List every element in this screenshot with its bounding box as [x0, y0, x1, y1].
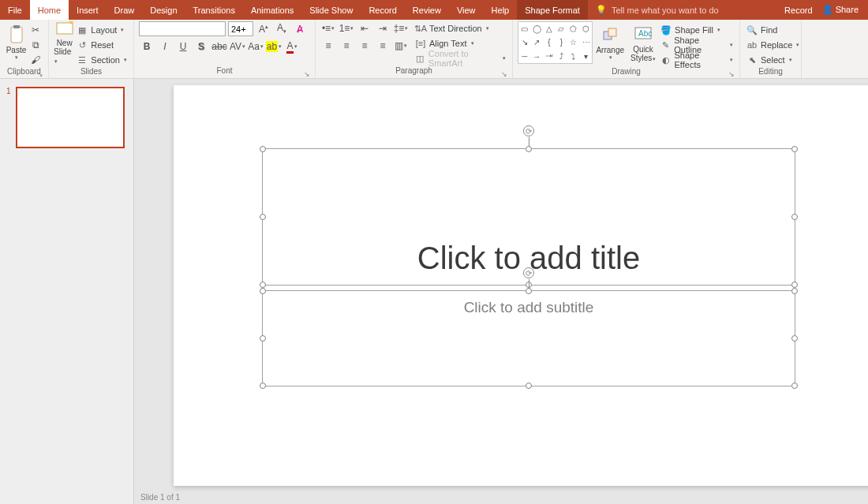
bullets-button[interactable]: •≡▾ [320, 21, 336, 35]
italic-button[interactable]: I [157, 39, 173, 54]
tab-file[interactable]: File [0, 0, 30, 20]
svg-rect-1 [13, 25, 20, 28]
tab-help[interactable]: Help [484, 0, 518, 20]
align-center-button[interactable]: ≡ [339, 39, 354, 53]
strikethrough-button[interactable]: abc [211, 39, 227, 54]
arrange-icon [600, 25, 619, 44]
tab-insert[interactable]: Insert [69, 0, 107, 20]
group-paragraph: •≡▾ 1≡▾ ⇤ ⇥ ‡≡▾ ≡ ≡ ≡ ≡ ▥▾ ⇅AText Direct… [316, 20, 513, 78]
tab-draw[interactable]: Draw [107, 0, 143, 20]
section-button[interactable]: ☰Section▾ [75, 53, 129, 67]
tab-design[interactable]: Design [142, 0, 185, 20]
bold-button[interactable]: B [139, 39, 155, 54]
paste-button[interactable]: Paste ▾ [5, 21, 28, 65]
rotate-handle[interactable]: ⟳ [523, 267, 534, 278]
arrange-button[interactable]: Arrange▾ [593, 21, 627, 65]
shapes-gallery[interactable]: ▭◯△▱⬠⬡ ↘↗{}☆⋯ ─→⭲⤴⤵▾ [518, 21, 593, 64]
resize-handle[interactable] [526, 383, 532, 389]
slide-thumbnail-1[interactable] [16, 87, 125, 148]
quick-styles-button[interactable]: Abc Quick Styles▾ [627, 21, 659, 65]
character-spacing-button[interactable]: AV▾ [230, 39, 245, 54]
slide[interactable]: ⟳ Click to add title ⟳ [174, 85, 868, 486]
underline-button[interactable]: U [175, 39, 191, 54]
shadow-button[interactable]: S [193, 39, 209, 54]
line-spacing-button[interactable]: ‡≡▾ [393, 21, 409, 35]
resize-handle[interactable] [791, 282, 798, 288]
select-button[interactable]: ⬉Select▾ [745, 53, 801, 67]
grow-font-button[interactable]: A▴ [256, 22, 271, 36]
resize-handle[interactable] [791, 335, 798, 342]
paste-label: Paste [6, 46, 27, 54]
resize-handle[interactable] [791, 383, 798, 389]
paintbrush-icon: 🖌 [31, 54, 40, 65]
shrink-font-button[interactable]: A▾ [274, 22, 290, 36]
group-drawing: ▭◯△▱⬠⬡ ↘↗{}☆⋯ ─→⭲⤴⤵▾ Arrange▾ Abc Quick … [513, 20, 740, 78]
quick-styles-icon: Abc [634, 24, 653, 43]
ribbon-tabs: File Home Insert Draw Design Transitions… [0, 0, 868, 20]
paragraph-launcher[interactable]: ↘ [501, 70, 507, 78]
slide-thumbnail-pane[interactable]: 1 [0, 79, 134, 504]
resize-handle[interactable] [260, 214, 266, 220]
columns-button[interactable]: ▥▾ [393, 39, 409, 53]
clear-formatting-button[interactable]: A̷ [292, 22, 308, 36]
align-left-button[interactable]: ≡ [320, 39, 336, 53]
layout-button[interactable]: ▦Layout▾ [75, 23, 129, 37]
tell-me-search[interactable]: 💡 Tell me what you want to do [588, 0, 727, 20]
subtitle-placeholder-text: Click to add subtitle [263, 299, 795, 316]
increase-indent-button[interactable]: ⇥ [375, 21, 391, 35]
resize-handle[interactable] [260, 146, 266, 152]
highlight-button[interactable]: ab▾ [266, 39, 282, 54]
tab-review[interactable]: Review [405, 0, 449, 20]
font-color-icon: A [286, 40, 293, 54]
resize-handle[interactable] [526, 146, 532, 152]
subtitle-placeholder[interactable]: ⟳ Click to add subtitle [262, 290, 795, 386]
quick-styles-label2: Styles [630, 54, 652, 62]
change-case-button[interactable]: Aa▾ [248, 39, 264, 54]
tab-shape-format[interactable]: Shape Format [517, 0, 588, 20]
resize-handle[interactable] [260, 383, 266, 389]
font-size-combo[interactable] [228, 21, 253, 36]
text-direction-button[interactable]: ⇅AText Direction▾ [413, 21, 507, 35]
cut-button[interactable]: ✂ [28, 23, 43, 37]
find-button[interactable]: 🔍Find [745, 23, 801, 37]
drawing-launcher[interactable]: ↘ [728, 70, 735, 78]
group-clipboard-label: Clipboard [7, 67, 41, 76]
copy-button[interactable]: ⧉ [28, 38, 43, 52]
resize-handle[interactable] [791, 146, 798, 152]
decrease-indent-button[interactable]: ⇤ [357, 21, 372, 35]
share-button[interactable]: 👤 Share [822, 5, 859, 15]
justify-button[interactable]: ≡ [375, 39, 391, 53]
align-right-button[interactable]: ≡ [357, 39, 372, 53]
reset-button[interactable]: ↺Reset [75, 38, 129, 52]
group-font-label: Font [216, 66, 232, 75]
resize-handle[interactable] [260, 288, 266, 294]
new-slide-label2: Slide [54, 47, 71, 56]
numbering-button[interactable]: 1≡▾ [339, 21, 354, 35]
font-family-combo[interactable] [139, 21, 226, 36]
resize-handle[interactable] [260, 335, 266, 342]
resize-handle[interactable] [260, 282, 266, 288]
rotate-handle[interactable]: ⟳ [523, 125, 534, 136]
tab-view[interactable]: View [449, 0, 484, 20]
resize-handle[interactable] [791, 214, 798, 220]
ribbon: Paste ▾ ✂ ⧉ 🖌 Clipboard↘ New Slide ▾ ▦La… [0, 20, 868, 79]
title-placeholder[interactable]: ⟳ Click to add title [262, 148, 795, 286]
record-button[interactable]: Record [784, 6, 812, 15]
new-slide-button[interactable]: New Slide ▾ [54, 21, 75, 65]
slide-canvas-area[interactable]: ⟳ Click to add title ⟳ [134, 79, 868, 504]
tab-record[interactable]: Record [361, 0, 404, 20]
reset-icon: ↺ [77, 39, 88, 50]
font-launcher[interactable]: ↘ [304, 70, 310, 78]
tab-transitions[interactable]: Transitions [185, 0, 243, 20]
tab-slideshow[interactable]: Slide Show [301, 0, 361, 20]
resize-handle[interactable] [791, 288, 798, 294]
format-painter-button[interactable]: 🖌 [28, 53, 43, 67]
font-color-button[interactable]: A▾ [284, 39, 300, 54]
tell-me-label: Tell me what you want to do [612, 6, 719, 15]
tab-home[interactable]: Home [30, 0, 69, 20]
tab-animations[interactable]: Animations [243, 0, 301, 20]
shape-effects-button[interactable]: ◐Shape Effects▾ [659, 53, 735, 67]
replace-button[interactable]: abReplace▾ [745, 38, 801, 52]
resize-handle[interactable] [526, 288, 532, 294]
clipboard-launcher[interactable]: ↘ [37, 70, 43, 78]
